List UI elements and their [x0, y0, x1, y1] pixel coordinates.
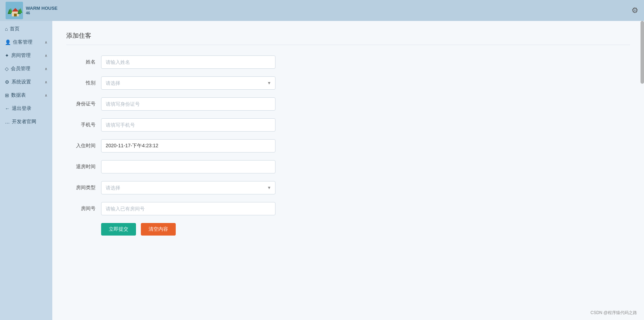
- name-row: 姓名: [66, 55, 630, 69]
- main-content: 添加住客 姓名 性别 请选择 男 女 ▼: [52, 21, 644, 320]
- room-icon: ✦: [5, 53, 9, 58]
- submit-button[interactable]: 立即提交: [101, 223, 136, 236]
- checkout-row: 退房时间: [66, 160, 630, 173]
- sidebar: ⌂ 首页 👤 住客管理 ∧ ✦ 房间管理 ∧ ◇ 会员管理 ∧ ⚙ 系统设置 ∧…: [0, 21, 52, 320]
- room-type-select[interactable]: 请选择 标准间 大床房 豪华套房: [101, 181, 275, 194]
- id-row: 身份证号: [66, 97, 630, 111]
- sidebar-item-home[interactable]: ⌂ 首页: [0, 22, 52, 36]
- settings-sidebar-icon: ⚙: [5, 79, 9, 85]
- chevron-down-icon-5: ∧: [45, 93, 47, 98]
- logo-area: WARM HOUSE 46: [6, 2, 58, 19]
- logo-text: WARM HOUSE 46: [26, 6, 58, 16]
- id-input[interactable]: [101, 97, 275, 111]
- name-input[interactable]: [101, 55, 275, 69]
- header: WARM HOUSE 46 ⚙: [0, 0, 644, 21]
- room-no-input[interactable]: [101, 202, 275, 215]
- sidebar-item-sys-settings[interactable]: ⚙ 系统设置 ∧: [0, 75, 52, 89]
- checkout-input[interactable]: [101, 160, 275, 173]
- footer-note: CSDN @程序猿代码之路: [590, 310, 637, 316]
- sidebar-item-member-label: 会员管理: [11, 66, 43, 72]
- sidebar-item-data-table[interactable]: ⊞ 数据表 ∧: [0, 89, 52, 102]
- guest-icon: 👤: [5, 39, 11, 45]
- sidebar-item-dev-site[interactable]: … 开发者官网: [0, 115, 52, 128]
- logo-image: [6, 2, 23, 19]
- chevron-down-icon: ∧: [45, 40, 47, 45]
- sidebar-item-room-mgmt[interactable]: ✦ 房间管理 ∧: [0, 49, 52, 62]
- sidebar-item-data-label: 数据表: [11, 92, 43, 98]
- home-icon: ⌂: [5, 26, 8, 32]
- checkin-input[interactable]: [101, 139, 275, 152]
- room-type-label: 房间类型: [66, 185, 101, 191]
- dev-icon: …: [5, 119, 10, 125]
- logout-icon: ←: [5, 106, 10, 111]
- id-label: 身份证号: [66, 101, 101, 107]
- sidebar-item-guest-label: 住客管理: [13, 39, 43, 45]
- gender-row: 性别 请选择 男 女 ▼: [66, 76, 630, 90]
- gender-label: 性别: [66, 80, 101, 86]
- gender-select[interactable]: 请选择 男 女: [101, 76, 275, 90]
- body-wrap: ⌂ 首页 👤 住客管理 ∧ ✦ 房间管理 ∧ ◇ 会员管理 ∧ ⚙ 系统设置 ∧…: [0, 21, 644, 320]
- svg-rect-5: [14, 14, 17, 16]
- name-label: 姓名: [66, 59, 101, 65]
- room-no-label: 房间号: [66, 206, 101, 212]
- phone-label: 手机号: [66, 122, 101, 128]
- sidebar-item-room-label: 房间管理: [11, 52, 43, 59]
- room-type-select-wrap: 请选择 标准间 大床房 豪华套房 ▼: [101, 181, 275, 194]
- checkin-row: 入住时间: [66, 139, 630, 152]
- clear-button[interactable]: 清空内容: [141, 223, 176, 236]
- button-row: 立即提交 清空内容: [101, 223, 630, 236]
- room-no-row: 房间号: [66, 202, 630, 215]
- gender-select-wrap: 请选择 男 女 ▼: [101, 76, 275, 90]
- phone-row: 手机号: [66, 118, 630, 132]
- phone-input[interactable]: [101, 118, 275, 132]
- sidebar-item-guest-mgmt[interactable]: 👤 住客管理 ∧: [0, 36, 52, 49]
- data-icon: ⊞: [5, 92, 9, 98]
- checkin-label: 入住时间: [66, 143, 101, 149]
- chevron-down-icon-3: ∧: [45, 67, 47, 71]
- sidebar-item-sys-label: 系统设置: [12, 79, 43, 85]
- chevron-down-icon-4: ∧: [45, 80, 47, 84]
- sidebar-item-logout[interactable]: ← 退出登录: [0, 102, 52, 115]
- sidebar-item-logout-label: 退出登录: [12, 105, 47, 112]
- room-type-row: 房间类型 请选择 标准间 大床房 豪华套房 ▼: [66, 181, 630, 194]
- add-guest-form: 姓名 性别 请选择 男 女 ▼ 身份证号: [66, 52, 630, 239]
- chevron-down-icon-2: ∧: [45, 53, 47, 58]
- sidebar-item-member-mgmt[interactable]: ◇ 会员管理 ∧: [0, 62, 52, 75]
- sidebar-item-home-label: 首页: [10, 26, 47, 32]
- page-title: 添加住客: [66, 31, 630, 45]
- scrollbar[interactable]: [641, 21, 644, 84]
- settings-icon[interactable]: ⚙: [631, 6, 638, 15]
- member-icon: ◇: [5, 66, 9, 72]
- checkout-label: 退房时间: [66, 164, 101, 170]
- sidebar-item-dev-label: 开发者官网: [12, 119, 47, 125]
